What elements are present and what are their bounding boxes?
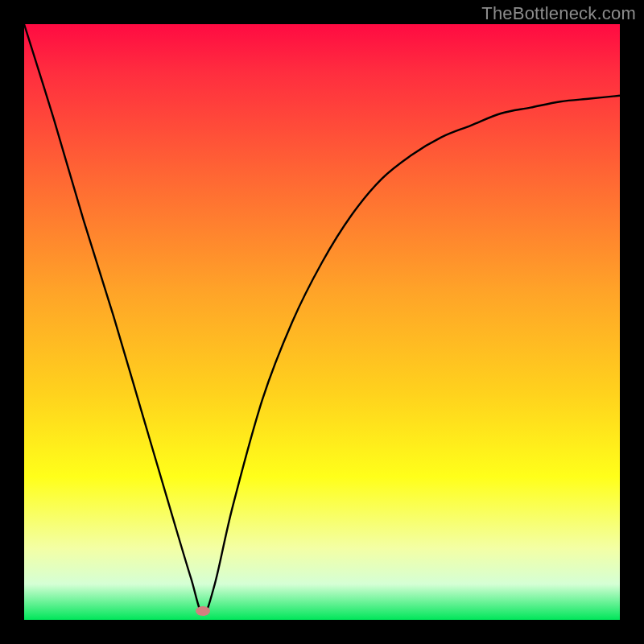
watermark-text: TheBottleneck.com [481,3,636,24]
optimum-marker [196,606,210,616]
curve-path [24,24,620,614]
bottleneck-curve [24,24,620,620]
plot-area [24,24,620,620]
chart-frame: TheBottleneck.com [0,0,644,644]
